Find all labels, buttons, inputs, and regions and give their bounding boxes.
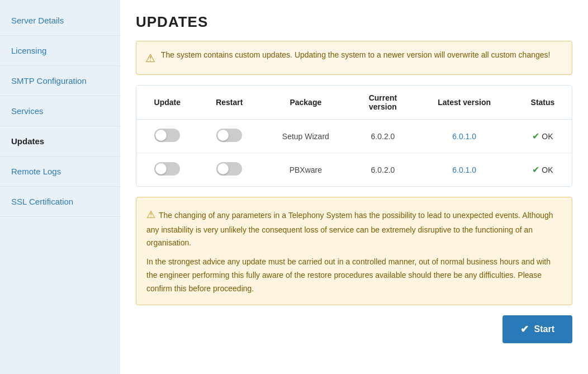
warning-text: The system contains custom updates. Upda… <box>161 49 550 61</box>
col-update: Update <box>136 86 198 120</box>
sidebar-item-smtp-configuration[interactable]: SMTP Configuration <box>0 66 120 96</box>
ok-status: ✔ OK <box>523 164 563 175</box>
col-status: Status <box>514 86 572 120</box>
main-content: UPDATES ⚠ The system contains custom upd… <box>120 0 588 374</box>
sidebar: Server Details Licensing SMTP Configurat… <box>0 0 120 374</box>
start-button-check-icon: ✔ <box>520 323 529 335</box>
info-banner: ⚠The changing of any parameters in a Tel… <box>136 197 572 305</box>
update-toggle-cell <box>136 120 198 153</box>
current-version: 6.0.2.0 <box>351 120 415 153</box>
start-button-wrapper: ✔ Start <box>136 315 572 343</box>
updates-table-wrapper: Update Restart Package Currentversion La… <box>136 85 572 187</box>
info-paragraph-2: In the strongest advice any update must … <box>146 255 562 295</box>
col-package: Package <box>260 86 350 120</box>
sidebar-item-server-details[interactable]: Server Details <box>0 6 120 36</box>
sidebar-item-ssl-certification[interactable]: SSL Certification <box>0 187 120 217</box>
latest-version: 6.0.1.0 <box>415 153 514 187</box>
update-toggle-cell <box>136 153 198 187</box>
start-button[interactable]: ✔ Start <box>502 315 572 343</box>
info-icon: ⚠ <box>146 209 155 220</box>
sidebar-item-remote-logs[interactable]: Remote Logs <box>0 157 120 187</box>
current-version: 6.0.2.0 <box>351 153 415 187</box>
sidebar-item-licensing[interactable]: Licensing <box>0 36 120 66</box>
updates-table: Update Restart Package Currentversion La… <box>136 86 572 186</box>
restart-toggle-cell <box>198 153 261 187</box>
status-text: OK <box>542 165 553 174</box>
info-paragraph-1: ⚠The changing of any parameters in a Tel… <box>146 206 562 250</box>
col-latest-version: Latest version <box>415 86 514 120</box>
checkmark-icon: ✔ <box>532 131 539 141</box>
warning-icon: ⚠ <box>145 50 155 67</box>
latest-version-link[interactable]: 6.0.1.0 <box>452 132 476 141</box>
status-cell: ✔ OK <box>514 120 572 153</box>
restart-toggle-pbxware[interactable] <box>216 162 242 176</box>
start-button-label: Start <box>534 324 554 334</box>
table-row: PBXware 6.0.2.0 6.0.1.0 ✔ OK <box>136 153 572 187</box>
col-restart: Restart <box>198 86 261 120</box>
package-name: Setup Wizard <box>260 120 350 153</box>
latest-version-link[interactable]: 6.0.1.0 <box>452 165 476 174</box>
restart-toggle-setup-wizard[interactable] <box>216 129 242 142</box>
sidebar-item-updates[interactable]: Updates <box>0 126 120 157</box>
update-toggle-pbxware[interactable] <box>154 162 180 176</box>
sidebar-item-services[interactable]: Services <box>0 96 120 126</box>
checkmark-icon: ✔ <box>532 164 539 175</box>
table-row: Setup Wizard 6.0.2.0 6.0.1.0 ✔ OK <box>136 120 572 153</box>
restart-toggle-cell <box>198 120 261 153</box>
warning-banner: ⚠ The system contains custom updates. Up… <box>136 41 572 75</box>
col-current-version: Currentversion <box>351 86 415 120</box>
ok-status: ✔ OK <box>523 131 563 141</box>
update-toggle-setup-wizard[interactable] <box>154 129 180 142</box>
latest-version: 6.0.1.0 <box>415 120 514 153</box>
status-text: OK <box>542 132 553 141</box>
package-name: PBXware <box>260 153 350 187</box>
page-title: UPDATES <box>136 13 572 31</box>
table-header-row: Update Restart Package Currentversion La… <box>136 86 572 120</box>
status-cell: ✔ OK <box>514 153 572 187</box>
